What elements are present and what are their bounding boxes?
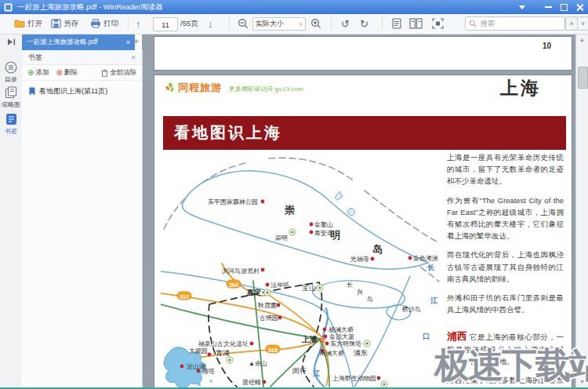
panel-close-icon[interactable]: ×: [131, 53, 136, 62]
svg-text:崇明: 崇明: [275, 234, 288, 242]
rail-bookmarks-label: 书签: [0, 127, 22, 136]
svg-text:秋霞圃: 秋霞圃: [257, 302, 277, 309]
zoom-out-button[interactable]: [238, 14, 249, 33]
next-page-button[interactable]: ↓: [208, 14, 213, 33]
svg-text:东平国家森林公园: 东平国家森林公园: [208, 198, 258, 205]
svg-text:横沙岛: 横沙岛: [401, 306, 421, 313]
document-tab[interactable]: 一起游上海旅游攻略.pdf ×: [22, 34, 135, 50]
pdf-page-previous: 10: [154, 37, 572, 70]
panel-title: 书签: [28, 53, 42, 63]
bookmark-delete-button[interactable]: ⊗ 删除: [56, 68, 77, 78]
folder-icon: [14, 19, 25, 28]
new-tab-button[interactable]: +: [130, 35, 142, 48]
svg-text:法华塔: 法华塔: [270, 282, 289, 289]
close-icon[interactable]: [576, 4, 583, 11]
bookmark-label: 看地图识上海(第11页): [39, 86, 107, 96]
rail-item-toc[interactable]: 目录: [0, 61, 22, 84]
svg-text:青浦: 青浦: [216, 349, 230, 357]
svg-text:312: 312: [180, 294, 189, 300]
titlebar: 一起游上海旅游攻略.pdf - WinReader阅读器: [0, 0, 588, 14]
search-prev-button[interactable]: ∧: [565, 16, 578, 31]
shanghai-map: 204312318★东平国家森林公园崇明岛金鳌山寿安寺崇明光福寺金色滩涂长江口长…: [161, 154, 441, 387]
single-page-view-button[interactable]: [392, 14, 401, 33]
svg-text:江: 江: [430, 296, 437, 304]
app-window: 一起游上海旅游攻略.pdf - WinReader阅读器 打开 另存 打印 ↑ …: [0, 0, 588, 389]
maximize-icon[interactable]: [561, 4, 568, 11]
svg-text:金茂大厦: 金茂大厦: [328, 333, 354, 340]
add-label: 添加: [35, 68, 49, 78]
svg-text:口: 口: [423, 333, 430, 340]
svg-text:泖塔: 泖塔: [202, 368, 215, 375]
pdf-page-current: 同程旅游 更多精彩请访问 go.LY.com 上海 看地图识上海: [154, 75, 572, 387]
svg-text:东方明珠塔: 东方明珠塔: [330, 340, 361, 347]
brand-name: 同程旅游: [178, 81, 222, 95]
tab-title: 一起游上海旅游攻略.pdf: [27, 38, 123, 47]
svg-text:金鳌山: 金鳌山: [314, 221, 333, 228]
sidebar-collapse-button[interactable]: [0, 34, 22, 50]
prev-page-button[interactable]: ↑: [136, 14, 141, 33]
print-button[interactable]: 打印: [90, 14, 118, 33]
printer-icon: [90, 19, 101, 28]
page-number-input[interactable]: [153, 17, 178, 31]
brand-tagline: 更多精彩请访问 go.LY.com: [229, 85, 303, 93]
document-view[interactable]: 10 同程旅游 更多精彩请访问 go.LY.com 上海 看地图识上海: [142, 34, 575, 387]
fullscreen-button[interactable]: [432, 14, 444, 33]
rotate-left-button[interactable]: ↺: [341, 14, 350, 33]
left-rail: 目录 缩略图 书签: [0, 50, 23, 387]
page-number: 10: [543, 42, 551, 50]
bookmarks-icon: [5, 113, 17, 125]
zoom-mode-select[interactable]: 实际大小 ∨: [252, 17, 306, 31]
scrollbar-thumb[interactable]: [578, 67, 588, 89]
zoom-mode-value: 实际大小: [256, 19, 284, 29]
page-paragraphs: 上海是一座具有光荣革命历史传统的城市，留下了无数革命者的足迹和不少革命遗址。作为…: [447, 151, 564, 315]
region-title: 上海: [500, 76, 541, 100]
vertical-scrollbar[interactable]: ▲ ▼: [575, 34, 588, 387]
search-next-button[interactable]: ∨: [577, 16, 588, 31]
fullscreen-icon: [432, 18, 444, 29]
rail-item-bookmarks[interactable]: 书签: [0, 113, 22, 136]
open-button[interactable]: 打开: [14, 14, 42, 33]
svg-text:南浦大桥: 南浦大桥: [319, 350, 344, 357]
arrow-down-icon: ↓: [208, 19, 213, 29]
save-as-button[interactable]: 另存: [51, 14, 78, 33]
svg-text:金色滩涂: 金色滩涂: [412, 255, 438, 262]
svg-text:204: 204: [229, 282, 238, 288]
chevron-down-icon: ∨: [299, 21, 303, 27]
arrow-up-icon: ↑: [136, 19, 141, 29]
svg-text:宝山: 宝山: [302, 284, 316, 292]
bookmark-icon: [29, 87, 35, 96]
clear-all-label: 全部清除: [110, 68, 136, 78]
chevron-up-icon: ∧: [569, 20, 573, 27]
svg-text:寿安寺: 寿安寺: [314, 230, 333, 237]
search-input[interactable]: [479, 19, 553, 28]
minimize-icon[interactable]: [545, 6, 552, 8]
bookmark-panel: 书签 × ⊕ 添加 ⊗ 删除 全部清除 看地图识上海(第11页): [22, 50, 143, 387]
svg-text:大观园: 大观园: [189, 347, 208, 354]
save-as-label: 另存: [64, 19, 78, 29]
svg-text:闵行: 闵行: [292, 367, 307, 375]
search-icon: [469, 20, 477, 27]
window-title: 一起游上海旅游攻略.pdf - WinReader阅读器: [17, 2, 163, 13]
toc-icon: [5, 61, 17, 74]
bookmark-add-button[interactable]: ⊕ 添加: [27, 68, 49, 78]
bookmark-clear-all-button[interactable]: 全部清除: [101, 68, 136, 78]
svg-text:唐经幢: 唐经幢: [242, 379, 261, 386]
bookmark-list-item[interactable]: 看地图识上海(第11页): [22, 81, 142, 102]
page-total: /55页: [180, 14, 198, 33]
svg-text:岛: 岛: [372, 243, 383, 255]
svg-text:▲余山: ▲余山: [249, 360, 267, 367]
search-box[interactable]: [465, 16, 565, 31]
svg-text:杨浦大桥: 杨浦大桥: [328, 326, 354, 333]
titlebar-menu-icon[interactable]: [519, 5, 525, 9]
rotate-right-button[interactable]: ↻: [360, 14, 368, 33]
zoom-in-button[interactable]: [310, 14, 321, 33]
svg-text:嘉定: 嘉定: [247, 289, 261, 296]
svg-text:长: 长: [426, 264, 435, 271]
puxi-keyword: 浦西: [447, 331, 467, 342]
rail-item-thumbnails[interactable]: 缩略图: [0, 86, 22, 109]
zoom-in-icon: [310, 18, 321, 29]
svg-text:岛: 岛: [367, 296, 373, 303]
svg-text:古猗园: 古猗园: [259, 314, 278, 322]
two-page-view-button[interactable]: [409, 14, 423, 33]
scroll-up-icon[interactable]: ▲: [576, 37, 588, 42]
